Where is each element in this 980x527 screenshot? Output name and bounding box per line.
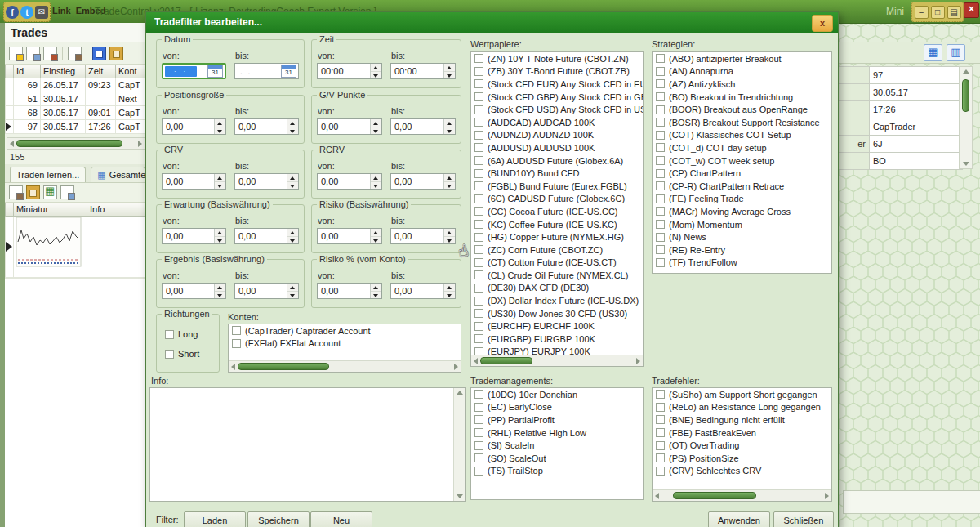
list-item[interactable]: (EURGBP) EURGBP 100K [471, 333, 643, 346]
checkbox[interactable] [474, 233, 483, 242]
report-icon[interactable] [43, 47, 57, 60]
thumbnail-table[interactable]: Miniatur Info [5, 203, 145, 278]
direction-option[interactable]: Long [162, 324, 214, 344]
list-item[interactable]: (10DC) 10er Donchian [471, 388, 643, 401]
list-item[interactable]: (PS) PositionSize [653, 452, 831, 465]
table-row[interactable]: 97 30.05.17 17:26 CapT [6, 120, 145, 134]
checkbox[interactable] [232, 339, 241, 348]
checkbox[interactable] [656, 415, 665, 424]
list-item[interactable]: (BOSR) Breakout Support Resistance [653, 116, 831, 129]
checkbox[interactable] [474, 245, 483, 254]
list-item[interactable]: (Stock CFD EUR) Any Stock CFD in EUR [471, 78, 643, 91]
list-item[interactable]: (FE) Feeling Trade [653, 193, 831, 206]
checkbox[interactable] [165, 350, 174, 359]
spinner-down-icon[interactable] [444, 127, 455, 135]
scroll-up-icon[interactable] [457, 391, 463, 395]
tradefehler-list[interactable]: (SuSho) am Support Short gegangen (ReLo)… [652, 387, 832, 502]
spinner-down-icon[interactable] [287, 127, 298, 135]
checkbox[interactable] [474, 181, 483, 190]
spinner-up-icon[interactable] [371, 119, 381, 127]
value-to-input[interactable]: 0,00 [234, 283, 299, 299]
list-item[interactable]: (AUDCAD) AUDCAD 100K [471, 116, 643, 129]
column-header-miniatur[interactable]: Miniatur [14, 203, 87, 217]
list-item[interactable]: (AZ) Antizyklisch [653, 78, 831, 91]
list-item[interactable]: (ZB) 30Y T-Bond Future (CBOT.ZB) [471, 65, 643, 78]
spinner-down-icon[interactable] [444, 182, 455, 190]
spinner-down-icon[interactable] [371, 237, 381, 244]
checkbox[interactable] [656, 245, 665, 254]
save-icon[interactable] [92, 47, 106, 60]
checkbox[interactable] [474, 131, 483, 140]
checkbox[interactable] [656, 390, 665, 399]
scroll-left-icon[interactable] [474, 358, 478, 364]
table-icon[interactable]: ▦ [43, 185, 57, 199]
list-item[interactable]: (RHL) Relative High Low [471, 427, 643, 440]
facebook-icon[interactable]: f [6, 6, 19, 19]
list-item[interactable]: (COT_w) COT week setup [653, 154, 831, 167]
checkbox[interactable] [656, 428, 665, 437]
checkbox[interactable] [474, 105, 483, 114]
checkbox[interactable] [474, 309, 483, 318]
spinner-down-icon[interactable] [287, 237, 298, 244]
scroll-left-icon[interactable] [10, 141, 14, 147]
spinner-down-icon[interactable] [215, 237, 225, 244]
list-item[interactable]: (CRV) Schlechtes CRV [653, 465, 831, 478]
property-row[interactable]: er 6J [838, 136, 963, 153]
list-item[interactable]: (KC) Coffee Future (ICE-US.KC) [471, 218, 643, 231]
email-icon[interactable]: ✉ [35, 6, 48, 19]
list-item[interactable]: (EURCHF) EURCHF 100K [471, 319, 643, 333]
anwenden-button[interactable]: Anwenden [708, 511, 770, 527]
tradefehler-horizontal-scrollbar[interactable] [653, 489, 831, 501]
list-item[interactable]: (BO) Breakout in Trendrichtung [653, 91, 831, 104]
list-item[interactable]: (AUDUSD) AUDUSD 100K [471, 141, 643, 154]
checkbox[interactable] [474, 169, 483, 178]
value-from-input[interactable]: 0,00 [317, 173, 382, 190]
checkbox[interactable] [474, 284, 483, 293]
checkbox[interactable] [474, 54, 483, 63]
spinner-up-icon[interactable] [215, 284, 225, 292]
screen-button[interactable]: ▤ [947, 6, 961, 19]
scrollbar-thumb[interactable] [16, 140, 122, 147]
spinner-up-icon[interactable] [371, 284, 381, 292]
info-textarea[interactable] [149, 387, 466, 502]
checkbox[interactable] [474, 270, 483, 279]
value-to-input[interactable]: 0,00 [390, 173, 456, 190]
trademanagements-list[interactable]: (10DC) 10er Donchian (EC) EarlyClose (PP… [470, 387, 644, 500]
list-item[interactable]: (ABO) antizipierter Breakout [653, 52, 831, 65]
strategien-list[interactable]: (ABO) antizipierter Breakout (AN) Annapu… [652, 51, 832, 274]
scrollbar-thumb[interactable] [238, 363, 329, 370]
checkbox[interactable] [656, 441, 665, 450]
list-item[interactable]: (FXFlat) FXFlat Account [229, 337, 461, 351]
laden-button[interactable]: Laden [184, 511, 246, 527]
list-item[interactable]: (PP) PartialProfit [471, 413, 643, 427]
list-item[interactable]: (ZC) Corn Future (CBOT.ZC) [471, 243, 643, 257]
konten-list[interactable]: (CapTrader) Captrader Account (FXFlat) F… [228, 324, 461, 373]
checkbox[interactable] [165, 330, 174, 339]
list-item[interactable]: (CP) ChartPattern [653, 167, 831, 180]
value-to-input[interactable]: 0,00 [234, 228, 299, 244]
spinner-up-icon[interactable] [444, 119, 455, 127]
checkbox[interactable] [474, 441, 483, 450]
column-header-einstieg[interactable]: Einstieg [41, 65, 86, 78]
spinner-up-icon[interactable] [444, 64, 455, 72]
list-item[interactable]: (CL) Crude Oil Future (NYMEX.CL) [471, 269, 643, 282]
property-row[interactable]: 97 [838, 67, 963, 84]
checkbox[interactable] [474, 118, 483, 127]
checkbox[interactable] [474, 322, 483, 331]
scroll-left-icon[interactable] [231, 364, 235, 370]
value-from-input[interactable]: 0,00 [162, 118, 226, 135]
list-item[interactable]: (TS) TrailStop [471, 465, 643, 478]
checkbox[interactable] [232, 326, 241, 335]
konten-horizontal-scrollbar[interactable] [229, 360, 461, 372]
scroll-down-icon[interactable] [963, 162, 969, 166]
list-item[interactable]: (CT) Cotton Future (ICE-US.CT) [471, 257, 643, 270]
export-icon[interactable] [9, 185, 23, 199]
list-item[interactable]: (ZN) 10Y T-Note Future (CBOT.ZN) [471, 52, 643, 65]
column-header-id[interactable]: Id [14, 65, 41, 78]
checkbox[interactable] [656, 92, 665, 101]
checkbox[interactable] [656, 169, 665, 178]
checkbox[interactable] [656, 118, 665, 127]
value-from-input[interactable]: 0,00 [317, 228, 382, 244]
clipboard-icon[interactable] [109, 47, 123, 60]
table-row[interactable]: 69 26.05.17 09:23 CapT [6, 78, 145, 92]
